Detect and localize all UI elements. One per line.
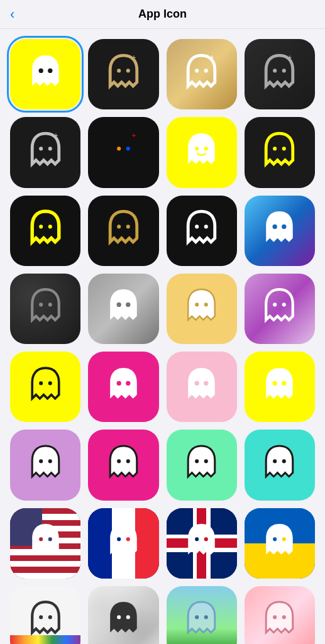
icon-cell-17[interactable] [10, 352, 80, 422]
svg-point-31 [116, 303, 121, 307]
icon-cell-2[interactable]: + [88, 39, 158, 109]
icon-cell-20[interactable] [245, 352, 315, 422]
svg-point-37 [39, 381, 43, 385]
svg-point-20 [282, 147, 286, 150]
svg-point-45 [39, 459, 43, 463]
icon-cell-31[interactable] [167, 586, 237, 644]
svg-point-24 [126, 225, 130, 228]
icon-cell-1[interactable] [10, 39, 80, 109]
svg-point-56 [126, 537, 130, 541]
svg-text:+: + [132, 131, 136, 139]
icon-cell-19[interactable] [167, 352, 237, 422]
svg-point-49 [195, 459, 199, 463]
svg-point-52 [282, 459, 286, 463]
svg-point-59 [273, 537, 277, 541]
svg-point-61 [39, 616, 43, 619]
icon-cell-21[interactable] [10, 430, 80, 500]
icon-cell-4[interactable]: + [245, 39, 315, 109]
svg-point-66 [204, 616, 208, 619]
svg-point-55 [117, 537, 121, 541]
svg-point-28 [282, 225, 287, 229]
icon-cell-23[interactable] [167, 430, 237, 500]
icon-cell-8[interactable] [245, 117, 315, 187]
icon-cell-7[interactable] [167, 117, 237, 187]
svg-point-36 [282, 303, 286, 307]
svg-point-15 [126, 147, 130, 150]
icon-cell-15[interactable] [167, 274, 237, 344]
svg-point-41 [195, 380, 199, 385]
icon-cell-25[interactable] [10, 508, 80, 579]
back-button[interactable]: ‹ [10, 6, 14, 23]
svg-point-64 [126, 616, 130, 619]
svg-point-42 [204, 380, 208, 385]
icon-cell-6[interactable]: + [88, 117, 158, 187]
svg-text:+: + [132, 53, 136, 61]
icon-cell-5[interactable]: + [10, 117, 80, 187]
svg-point-57 [195, 537, 199, 541]
icon-cell-32[interactable] [245, 586, 315, 644]
icon-grid: + + + + [0, 29, 325, 644]
svg-point-30 [48, 303, 52, 307]
svg-text:+: + [53, 131, 57, 139]
svg-point-48 [126, 459, 130, 463]
svg-point-26 [204, 225, 208, 228]
svg-point-68 [282, 616, 286, 619]
svg-point-53 [39, 537, 43, 541]
svg-point-5 [195, 69, 199, 72]
svg-point-62 [48, 616, 52, 619]
icon-cell-26[interactable] [88, 508, 158, 579]
icon-cell-11[interactable] [167, 196, 237, 266]
svg-point-38 [48, 381, 52, 385]
icon-cell-22[interactable] [88, 430, 158, 500]
page-title: App Icon [138, 8, 187, 21]
svg-point-17 [195, 147, 199, 150]
icon-cell-13[interactable] [10, 274, 80, 344]
svg-point-1 [48, 68, 52, 72]
svg-point-27 [273, 225, 277, 229]
svg-point-43 [273, 380, 277, 385]
svg-point-65 [195, 616, 199, 619]
svg-point-63 [117, 616, 121, 619]
icon-cell-29[interactable] [10, 586, 80, 644]
icon-cell-18[interactable] [88, 352, 158, 422]
svg-point-50 [204, 459, 208, 463]
svg-point-8 [273, 69, 277, 72]
svg-point-46 [48, 459, 52, 463]
svg-point-14 [117, 147, 121, 150]
svg-point-32 [126, 303, 130, 307]
icon-cell-27[interactable] [167, 508, 237, 579]
icon-cell-30[interactable] [88, 586, 158, 644]
svg-text:+: + [210, 53, 214, 61]
svg-point-35 [273, 303, 277, 307]
svg-point-47 [117, 459, 121, 463]
svg-point-12 [48, 147, 52, 150]
svg-point-51 [273, 459, 277, 463]
svg-point-60 [282, 537, 286, 541]
svg-point-54 [48, 537, 52, 541]
svg-point-22 [48, 225, 52, 228]
svg-point-29 [39, 303, 43, 307]
svg-point-9 [282, 69, 286, 72]
svg-point-40 [126, 380, 130, 385]
svg-point-23 [117, 225, 121, 228]
svg-point-3 [126, 69, 130, 72]
svg-point-19 [273, 147, 277, 150]
svg-point-67 [273, 616, 277, 619]
svg-point-6 [204, 69, 208, 72]
header: ‹ App Icon [0, 0, 325, 29]
icon-cell-12[interactable] [245, 196, 315, 266]
svg-point-39 [116, 380, 121, 385]
svg-text:+: + [288, 53, 292, 61]
icon-cell-24[interactable] [245, 430, 315, 500]
svg-point-0 [38, 68, 43, 72]
svg-point-58 [204, 537, 208, 541]
icon-cell-14[interactable] [88, 274, 158, 344]
svg-point-44 [282, 380, 287, 385]
svg-point-21 [39, 225, 43, 228]
svg-point-18 [204, 147, 208, 150]
icon-cell-10[interactable] [88, 196, 158, 266]
icon-cell-3[interactable]: + [167, 39, 237, 109]
icon-cell-28[interactable] [245, 508, 315, 579]
icon-cell-16[interactable] [245, 274, 315, 344]
icon-cell-9[interactable] [10, 196, 80, 266]
